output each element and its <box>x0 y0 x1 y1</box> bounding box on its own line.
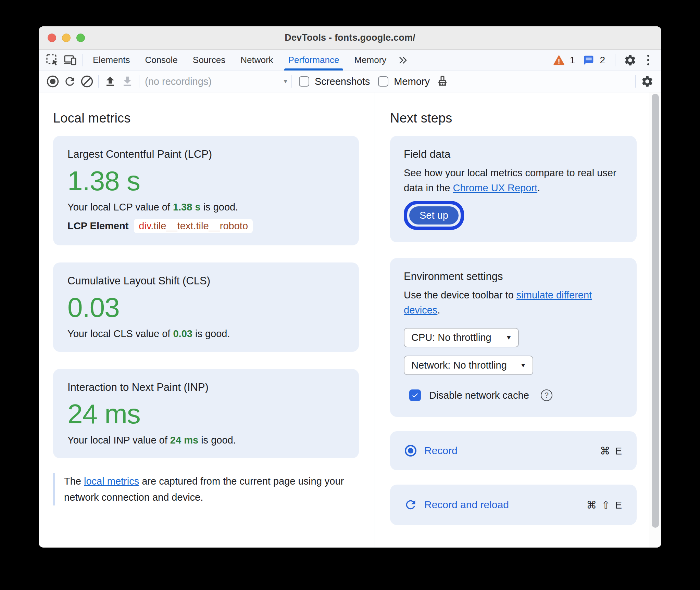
desc-value: 0.03 <box>173 328 192 339</box>
record-and-reload-button[interactable] <box>61 73 78 90</box>
memory-label: Memory <box>394 76 430 87</box>
chevron-down-icon: ▼ <box>520 362 526 369</box>
next-steps-panel: Next steps Field data See how your local… <box>375 92 649 548</box>
chevron-down-icon: ▼ <box>505 334 512 341</box>
field-data-title: Field data <box>404 148 623 161</box>
record-reload-shortcut: ⌘ ⇧ E <box>586 499 623 511</box>
message-count: 2 <box>600 55 605 66</box>
tab-sources[interactable]: Sources <box>185 50 233 70</box>
message-icon <box>583 55 595 66</box>
more-options-button[interactable] <box>642 55 654 66</box>
desc-text: is good. <box>201 202 238 213</box>
performance-toolbar: (no recordings) ▼ Screenshots Memory <box>39 71 661 92</box>
zoom-window-button[interactable] <box>76 34 85 42</box>
tab-console[interactable]: Console <box>137 50 185 70</box>
help-icon[interactable]: ? <box>541 389 552 401</box>
divider <box>635 75 636 88</box>
disable-cache-label: Disable network cache <box>429 390 529 401</box>
setup-button-focus-ring: Set up <box>404 201 464 230</box>
environment-settings-card: Environment settings Use the device tool… <box>390 258 637 417</box>
set-up-button[interactable]: Set up <box>409 206 459 225</box>
record-button[interactable] <box>44 73 61 90</box>
panel-settings-button[interactable] <box>639 73 656 90</box>
gear-icon <box>641 75 654 88</box>
reload-icon <box>63 75 76 88</box>
network-select-value: Network: No throttling <box>411 360 507 371</box>
garbage-brush-icon <box>436 75 449 88</box>
memory-checkbox[interactable] <box>378 76 388 87</box>
disable-cache-row: Disable network cache ? <box>409 389 623 401</box>
recordings-select[interactable]: (no recordings) ▼ <box>145 76 289 87</box>
cpu-throttling-select[interactable]: CPU: No throttling ▼ <box>404 328 519 347</box>
kebab-menu-icon <box>647 55 650 66</box>
tab-label: Network <box>240 55 273 65</box>
local-metrics-footer: The local metrics are captured from the … <box>53 473 354 505</box>
inspect-cursor-icon <box>46 53 59 67</box>
tab-elements[interactable]: Elements <box>85 50 137 70</box>
record-action-card[interactable]: Record ⌘ E <box>390 431 637 470</box>
tab-label: Performance <box>288 55 339 65</box>
settings-button[interactable] <box>622 54 638 67</box>
inp-card: Interaction to Next Paint (INP) 24 ms Yo… <box>53 369 359 458</box>
screenshots-label: Screenshots <box>315 76 370 87</box>
desc-text: Your local LCP value of <box>67 202 173 213</box>
desc-text: Your local CLS value of <box>67 328 173 339</box>
panel-tabs: Elements Console Sources Network Perform… <box>85 50 394 70</box>
block-icon <box>80 75 93 88</box>
desc-value: 1.38 s <box>173 202 201 213</box>
window-title: DevTools - fonts.google.com/ <box>285 33 415 43</box>
field-data-description: See how your local metrics compare to re… <box>404 165 623 195</box>
desc-text: . <box>437 305 440 316</box>
local-metrics-link[interactable]: local metrics <box>84 476 139 487</box>
lcp-element-link[interactable]: div.tile__text.tile__roboto <box>134 219 253 233</box>
memory-toggle[interactable]: Memory <box>378 76 430 87</box>
next-steps-heading: Next steps <box>390 111 637 126</box>
recordings-select-value: (no recordings) <box>145 76 212 87</box>
record-action-label[interactable]: Record <box>424 445 458 457</box>
close-window-button[interactable] <box>48 34 56 42</box>
record-icon <box>46 75 59 88</box>
devtools-window: DevTools - fonts.google.com/ Eleme <box>39 26 661 548</box>
warning-count: 1 <box>570 55 575 66</box>
tab-performance[interactable]: Performance <box>281 50 347 70</box>
footer-text: The <box>64 476 84 487</box>
disable-cache-checkbox[interactable] <box>409 389 421 401</box>
tab-label: Memory <box>354 55 386 65</box>
record-reload-action-label[interactable]: Record and reload <box>424 499 509 511</box>
chrome-ux-report-link[interactable]: Chrome UX Report <box>453 182 538 193</box>
save-profile-button[interactable] <box>119 73 136 90</box>
device-toolbar-icon <box>63 53 77 67</box>
screenshots-toggle[interactable]: Screenshots <box>299 76 370 87</box>
divider <box>139 75 139 88</box>
lcp-title: Largest Contentful Paint (LCP) <box>67 148 345 161</box>
warnings-button[interactable] <box>552 55 566 66</box>
desc-text: is good. <box>198 435 236 446</box>
cpu-select-value: CPU: No throttling <box>411 332 491 343</box>
scrollbar-thumb[interactable] <box>652 94 659 528</box>
network-throttling-select[interactable]: Network: No throttling ▼ <box>404 356 533 375</box>
divider <box>615 54 615 66</box>
download-icon <box>121 75 134 88</box>
record-reload-action-card[interactable]: Record and reload ⌘ ⇧ E <box>390 485 637 525</box>
reload-icon <box>404 498 417 512</box>
issues-button[interactable] <box>582 55 596 66</box>
load-profile-button[interactable] <box>102 73 119 90</box>
divider <box>291 75 292 88</box>
tab-label: Console <box>145 55 177 65</box>
inp-title: Interaction to Next Paint (INP) <box>67 381 345 394</box>
screenshots-checkbox[interactable] <box>299 76 309 87</box>
vertical-scrollbar[interactable] <box>649 92 661 548</box>
double-chevron-icon <box>398 55 408 65</box>
inp-value: 24 ms <box>67 400 345 428</box>
record-shortcut: ⌘ E <box>600 445 623 457</box>
inspect-element-button[interactable] <box>43 50 61 70</box>
clear-button[interactable] <box>78 73 96 90</box>
environment-description: Use the device toolbar to simulate diffe… <box>404 287 623 318</box>
collect-garbage-button[interactable] <box>434 73 451 90</box>
lcp-element-label: LCP Element <box>67 220 128 232</box>
minimize-window-button[interactable] <box>62 34 71 42</box>
tab-memory[interactable]: Memory <box>347 50 394 70</box>
tab-network[interactable]: Network <box>233 50 280 70</box>
device-toolbar-button[interactable] <box>61 50 79 70</box>
more-tabs-button[interactable] <box>394 50 412 70</box>
